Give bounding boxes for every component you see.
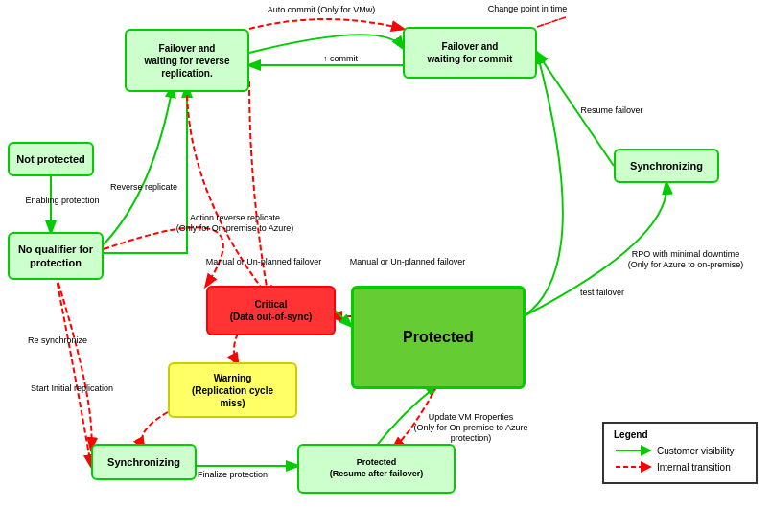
label-test-failover: test failover xyxy=(564,288,641,298)
label-enabling-protection: Enabling protection xyxy=(19,196,105,206)
label-change-point: Change point in time xyxy=(460,4,595,14)
node-synchronizing-top: Synchronizing xyxy=(614,149,719,183)
node-failover-reverse-top: Failover andwaiting for reversereplicati… xyxy=(125,29,249,92)
label-update-vm: Update VM Properties(Only for On premise… xyxy=(399,412,543,443)
legend-green-label: Customer visibility xyxy=(657,446,735,456)
legend-item-red: Internal transition xyxy=(614,460,746,474)
node-protected: Protected xyxy=(351,286,526,389)
node-synchronizing-bot: Synchronizing xyxy=(91,444,197,480)
label-resume-failover: Resume failover xyxy=(564,105,660,116)
label-start-initial: Start Initial replication xyxy=(29,383,115,394)
legend-red-label: Internal transition xyxy=(657,462,731,473)
label-reverse-replicate: Reverse replicate xyxy=(101,182,187,193)
legend-green-arrow xyxy=(614,444,657,457)
node-warning: Warning(Replication cyclemiss) xyxy=(168,362,297,418)
diagram-container: Not protected No qualifier forprotection… xyxy=(0,0,771,532)
label-auto-commit: Auto commit (Only for VMw) xyxy=(249,5,393,15)
node-not-protected: Not protected xyxy=(8,142,94,176)
label-commit: ↑ commit xyxy=(307,54,374,64)
legend-box: Legend Customer visibility xyxy=(602,422,758,484)
node-failover-commit-top: Failover andwaiting for commit xyxy=(403,27,537,79)
legend-item-green: Customer visibility xyxy=(614,444,746,457)
node-critical: Critical(Data out-of-sync) xyxy=(206,286,336,335)
label-manual-bot: Manual or Un-planned failover xyxy=(345,257,470,267)
label-re-synchronize: Re synchronize xyxy=(19,335,96,346)
label-finalize-protection: Finalize protection xyxy=(187,470,278,480)
node-no-qualifier: No qualifier forprotection xyxy=(8,232,104,280)
label-rpo: RPO with minimal downtime(Only for Azure… xyxy=(614,249,758,270)
legend-title: Legend xyxy=(614,429,746,440)
label-manual-top: Manual or Un-planned failover xyxy=(201,257,326,267)
label-action-reverse: Action reverse replicate(Only for On-pre… xyxy=(163,213,307,234)
node-protected-bot: Protected(Resume after failover) xyxy=(297,444,456,494)
legend-red-arrow xyxy=(614,460,657,474)
